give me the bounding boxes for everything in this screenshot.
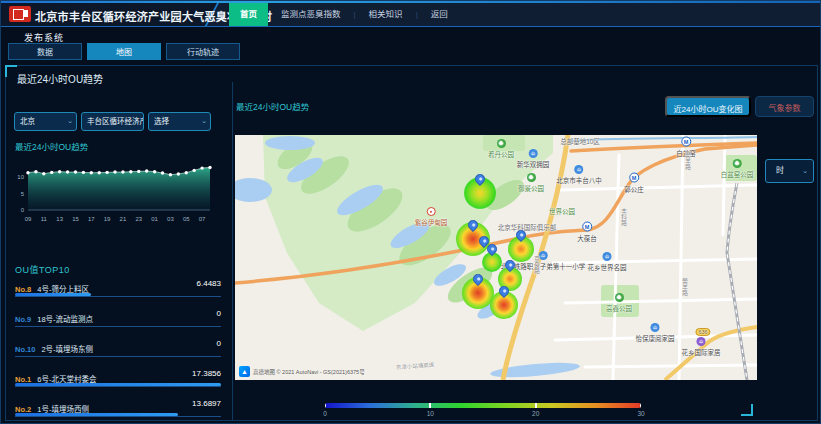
map-label-text: 怡保康阅家园 bbox=[636, 333, 675, 343]
subway-poi-icon: M bbox=[582, 222, 592, 232]
svg-text:19: 19 bbox=[104, 216, 111, 222]
tab-trajectory[interactable]: 行动轨迹 bbox=[166, 43, 240, 60]
app-logo-icon bbox=[9, 6, 31, 22]
map-label: ⌂北京市丰台八中 bbox=[556, 165, 602, 185]
map-hour-select[interactable]: 时⌄ bbox=[765, 159, 814, 183]
map-hour-select-value: 时 bbox=[776, 166, 784, 175]
svg-text:07: 07 bbox=[199, 216, 206, 222]
trend-chart-title: 最近24小时OU趋势 bbox=[15, 140, 88, 152]
map-label: 世界公园 bbox=[549, 206, 575, 216]
legend-tick-label: 20 bbox=[532, 410, 539, 417]
map-label: 樊羊路 bbox=[681, 278, 690, 296]
left-sidebar: 北京⌄ 丰台区循环经济产⌄ 选择⌄ 最近24小时OU趋势 05100911131… bbox=[6, 82, 233, 420]
map-label: ♣看丹公园 bbox=[488, 139, 514, 159]
progress-track bbox=[15, 412, 221, 417]
map-label: ⌂花乡国际家居 bbox=[682, 337, 721, 357]
red-poi-icon: ● bbox=[427, 207, 436, 216]
map-label: 636 bbox=[695, 328, 710, 336]
progress-fill bbox=[15, 293, 91, 296]
map-attribution-text: 高德地图 © 2021 AutoNavi - GS(2021)6375号 bbox=[253, 368, 365, 376]
map-label-text: 新华双拥园 bbox=[517, 159, 550, 169]
progress-track bbox=[15, 292, 221, 297]
map-label-text: 京良路 bbox=[533, 256, 542, 274]
trend-chart: 0510091113151719212301030507 bbox=[12, 156, 222, 230]
map-label-text: 御景公园 bbox=[518, 183, 544, 193]
blue-poi-icon: ⌂ bbox=[575, 165, 584, 174]
city-select[interactable]: 北京⌄ bbox=[14, 112, 77, 131]
svg-text:05: 05 bbox=[183, 216, 190, 222]
map-section-title: 最近24小时OU趋势 bbox=[236, 100, 309, 112]
chevron-down-icon: ⌄ bbox=[67, 112, 73, 129]
weather-params-button[interactable]: 气象参数 bbox=[755, 96, 814, 117]
park-poi-icon: ♣ bbox=[615, 293, 624, 302]
map-canvas[interactable]: 总部基地10区♣看丹公园⌂新华双拥园♣御景公园⌂北京市丰台八中M白盆窑♣白盆窑公… bbox=[235, 135, 757, 380]
legend-marker bbox=[640, 403, 641, 408]
main-panel: 最近24小时OU趋势 北京⌄ 丰台区循环经济产⌄ 选择⌄ 最近24小时OU趋势 … bbox=[5, 65, 818, 421]
map-label: ⌂怡保康阅家园 bbox=[636, 323, 675, 343]
legend-marker bbox=[325, 403, 326, 408]
subway-poi-icon: M bbox=[629, 173, 639, 183]
svg-text:13: 13 bbox=[56, 216, 63, 222]
svg-text:0: 0 bbox=[21, 207, 25, 213]
ou-value: 0 bbox=[217, 309, 221, 318]
map-label: ⌂新华双拥园 bbox=[517, 149, 550, 169]
nav-back[interactable]: 返回 bbox=[418, 3, 461, 26]
station-select-value: 选择 bbox=[154, 117, 169, 126]
progress-fill bbox=[15, 383, 221, 386]
list-item[interactable]: No.84号-筛分上料区6.4483 bbox=[15, 278, 221, 308]
legend-gradient-bar bbox=[325, 403, 641, 408]
legend-ticks: 0102030 bbox=[325, 410, 641, 420]
ou-value: 6.4483 bbox=[197, 279, 221, 288]
header: 北京市丰台区循环经济产业园大气恶臭状况实时 首页 监测点恶臭指数 | 相关知识 … bbox=[1, 3, 820, 27]
panel-corner-decoration bbox=[5, 65, 17, 77]
ou-change-chart-button[interactable]: 近24小时OU变化图 bbox=[665, 96, 751, 117]
progress-track bbox=[15, 352, 221, 357]
nav-home[interactable]: 首页 bbox=[229, 3, 268, 26]
station-select[interactable]: 选择⌄ bbox=[148, 112, 211, 131]
ou-top-list: No.84号-筛分上料区6.4483No.918号-流动监测点0No.102号-… bbox=[15, 278, 221, 424]
svg-text:09: 09 bbox=[25, 216, 32, 222]
map-label: ♣高鑫公园 bbox=[606, 293, 632, 313]
legend-marker bbox=[535, 403, 537, 408]
legend-tick-label: 10 bbox=[427, 410, 434, 417]
map-label-text: 看丹公园 bbox=[488, 149, 514, 159]
main-nav: 首页 监测点恶臭指数 | 相关知识 | 返回 bbox=[229, 3, 461, 26]
svg-text:03: 03 bbox=[167, 216, 174, 222]
map-label-text: 北京华科国际俱乐部 bbox=[498, 222, 557, 232]
chevron-down-icon: ⌄ bbox=[802, 160, 808, 182]
map-label-text: 樊羊路 bbox=[681, 278, 690, 296]
subway-poi-icon: M bbox=[681, 137, 691, 147]
tab-map[interactable]: 地图 bbox=[87, 43, 161, 60]
blue-poi-icon: ⌂ bbox=[529, 149, 538, 158]
map-label-text: 北京市丰台八中 bbox=[556, 175, 602, 185]
ou-value: 13.6897 bbox=[192, 399, 221, 408]
svg-text:23: 23 bbox=[135, 216, 142, 222]
map-label-text: 636 bbox=[698, 329, 707, 335]
map-label: 总部基地10区 bbox=[560, 136, 600, 146]
svg-text:15: 15 bbox=[72, 216, 79, 222]
map-label: M郭公庄 bbox=[624, 173, 644, 194]
tab-data[interactable]: 数据 bbox=[8, 43, 82, 60]
map-label: ♣白盆窑公园 bbox=[721, 159, 754, 179]
map-label: 北京华科国际俱乐部 bbox=[498, 222, 557, 232]
blue-poi-icon: ⌂ bbox=[651, 323, 660, 332]
filter-selects: 北京⌄ 丰台区循环经济产⌄ 选择⌄ bbox=[14, 112, 211, 131]
city-select-value: 北京 bbox=[20, 117, 35, 126]
list-item[interactable]: No.16号-北天堂村委会17.3856 bbox=[15, 368, 221, 398]
svg-text:10: 10 bbox=[17, 174, 24, 180]
list-item[interactable]: No.918号-流动监测点0 bbox=[15, 308, 221, 338]
legend-marker bbox=[429, 403, 431, 408]
nav-odor-index[interactable]: 监测点恶臭指数 bbox=[268, 3, 354, 26]
panel-corner-decoration bbox=[741, 404, 753, 416]
chevron-down-icon: ⌄ bbox=[201, 112, 207, 129]
park-poi-icon: ♣ bbox=[497, 139, 506, 148]
ou-top-title: OU值TOP10 bbox=[15, 263, 70, 276]
list-item[interactable]: No.21号-填埋场西侧13.6897 bbox=[15, 398, 221, 424]
list-item[interactable]: No.102号-填埋场东侧0 bbox=[15, 338, 221, 368]
district-select[interactable]: 丰台区循环经济产⌄ bbox=[81, 112, 144, 131]
map-label-text: 紫谷伊甸园 bbox=[415, 217, 448, 227]
app-window: 北京市丰台区循环经济产业园大气恶臭状况实时 首页 监测点恶臭指数 | 相关知识 … bbox=[0, 0, 821, 424]
map-label: 樊羊路 bbox=[684, 152, 693, 170]
nav-knowledge[interactable]: 相关知识 bbox=[356, 3, 416, 26]
map-label-text: 高鑫公园 bbox=[606, 303, 632, 313]
